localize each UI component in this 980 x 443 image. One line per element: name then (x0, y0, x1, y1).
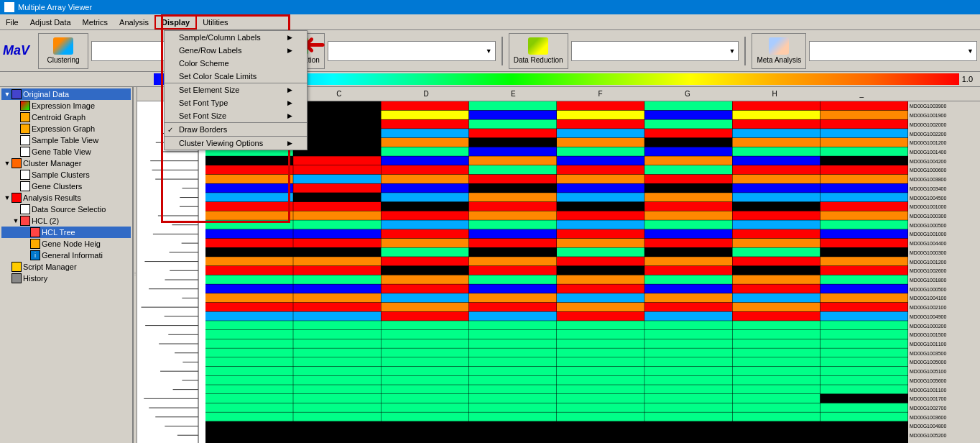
clustering-icon (53, 37, 73, 55)
data-reduction-label: Data Reduction (514, 56, 563, 64)
sidebar-item-original-data[interactable]: ▼ Original Data (1, 88, 131, 100)
expression-graph-icon (20, 124, 30, 134)
sidebar-item-gene-clusters[interactable]: Gene Clusters (1, 181, 131, 192)
labels-canvas (908, 101, 980, 443)
toolbar-separator-2 (501, 37, 503, 65)
data-reduction-icon (528, 37, 548, 55)
toolbar-separator-3 (744, 37, 746, 65)
col-header-d: D (383, 90, 470, 98)
clustering-button[interactable]: Clustering (38, 33, 88, 69)
menu-set-font-type[interactable]: Set Font Type ▶ (165, 96, 307, 109)
history-icon (11, 273, 22, 283)
col-header-g: G (644, 90, 731, 98)
main-area: ▼ Original Data Expression Image Centroi… (0, 87, 980, 443)
sidebar-item-sample-clusters[interactable]: Sample Clusters (1, 169, 131, 181)
sidebar-item-data-source[interactable]: Data Source Selectio (1, 204, 131, 215)
menu-utilities[interactable]: Utilities (197, 17, 234, 28)
history-label: History (23, 274, 47, 283)
sidebar: ▼ Original Data Expression Image Centroi… (0, 87, 133, 443)
heatmap-body (137, 101, 980, 443)
classification-dropdown[interactable]: ▼ (328, 41, 496, 61)
menu-cluster-viewing-options[interactable]: Cluster Viewing Options ▶ (165, 136, 307, 150)
expression-graph-label: Expression Graph (32, 124, 95, 133)
sidebar-item-general-info[interactable]: i General Informati (1, 250, 131, 261)
cluster-manager-icon (11, 158, 22, 168)
expander-original-data: ▼ (3, 91, 11, 98)
meta-analysis-label: Meta Analysis (757, 56, 801, 64)
data-source-icon (20, 204, 30, 214)
expression-image-label: Expression Image (32, 101, 95, 110)
heatmap-canvas (205, 101, 908, 443)
sidebar-item-hcl-tree[interactable]: HCL Tree (1, 227, 131, 238)
sidebar-item-cluster-manager[interactable]: ▼ Cluster Manager (1, 157, 131, 169)
sidebar-item-expression-graph[interactable]: Expression Graph (1, 123, 131, 134)
sample-clusters-icon (20, 170, 30, 180)
menu-file[interactable]: File (0, 17, 24, 28)
app-title: Multiple Array Viewer (18, 3, 92, 12)
col-header-h: H (731, 90, 818, 98)
general-info-icon: i (30, 250, 40, 260)
data-source-label: Data Source Selectio (32, 205, 106, 214)
expander-analysis-results: ▼ (3, 194, 11, 201)
sidebar-item-gene-node-height[interactable]: Gene Node Heig (1, 238, 131, 250)
gene-clusters-icon (20, 181, 30, 191)
colorscale-container: 1.0 (0, 72, 980, 87)
menu-set-element-size[interactable]: Set Element Size ▶ (165, 83, 307, 96)
heatmap-canvas-container[interactable] (205, 101, 908, 443)
sample-table-label: Sample Table View (32, 136, 98, 145)
mav-logo: MaV (3, 43, 29, 58)
analysis-results-label: Analysis Results (23, 193, 81, 202)
sidebar-item-script-manager[interactable]: Script Manager (1, 261, 131, 273)
data-reduction-dropdown[interactable]: ▼ (571, 41, 739, 61)
expander-cluster-manager: ▼ (3, 160, 11, 167)
centroid-graph-icon (20, 112, 30, 122)
script-manager-label: Script Manager (23, 262, 77, 271)
hcl-label: HCL (2) (32, 216, 59, 225)
centroid-graph-label: Centroid Graph (32, 113, 85, 122)
col-header-e: E (470, 90, 557, 98)
menu-display[interactable]: Display (154, 15, 197, 29)
clustering-label: Clustering (47, 56, 80, 64)
col-header-c: C (295, 90, 382, 98)
menu-analysis[interactable]: Analysis (114, 17, 154, 28)
sidebar-item-gene-table-view[interactable]: Gene Table View (1, 146, 131, 157)
data-reduction-button[interactable]: Data Reduction (509, 33, 568, 69)
gene-table-icon (20, 147, 30, 157)
menu-set-font-size[interactable]: Set Font Size ▶ (165, 109, 307, 122)
gene-node-label: Gene Node Heig (42, 239, 101, 248)
left-dendrogram (137, 101, 205, 443)
menu-adjust-data[interactable]: Adjust Data (24, 17, 77, 28)
data-reduction-dropdown-arrow: ▼ (729, 47, 736, 55)
hcl-tree-icon (30, 227, 40, 237)
right-gene-labels (908, 101, 980, 443)
menu-set-color-scale-limits[interactable]: Set Color Scale Limits (165, 70, 307, 83)
col-headers: B C D E F G H _ (205, 87, 908, 101)
sidebar-item-centroid-graph[interactable]: Centroid Graph (1, 111, 131, 123)
script-manager-icon (11, 262, 22, 272)
original-data-icon (11, 89, 22, 99)
sidebar-item-sample-table-view[interactable]: Sample Table View (1, 134, 131, 146)
menu-sample-column-labels[interactable]: Sample/Column Labels ▶ (165, 31, 307, 44)
gene-clusters-label: Gene Clusters (32, 182, 82, 191)
sample-clusters-label: Sample Clusters (32, 170, 90, 179)
original-data-label: Original Data (23, 90, 69, 99)
meta-analysis-dropdown[interactable]: ▼ (809, 41, 977, 61)
sidebar-item-hcl[interactable]: ▼ HCL (2) (1, 215, 131, 227)
sidebar-item-history[interactable]: History (1, 273, 131, 284)
sidebar-item-expression-image[interactable]: Expression Image (1, 100, 131, 111)
display-dropdown-menu: Sample/Column Labels ▶ Gene/Row Labels ▶… (164, 30, 308, 150)
menu-draw-borders[interactable]: Draw Borders (165, 122, 307, 136)
col-header-f: F (557, 90, 644, 98)
titlebar: Multiple Array Viewer (0, 0, 980, 14)
menu-metrics[interactable]: Metrics (77, 17, 114, 28)
gene-node-icon (30, 239, 40, 249)
menubar: File Adjust Data Metrics Analysis Displa… (0, 14, 980, 30)
sample-table-icon (20, 135, 30, 145)
gene-table-label: Gene Table View (32, 147, 91, 156)
gene-label-header-spacer (908, 87, 980, 101)
general-info-label: General Informati (42, 251, 103, 260)
meta-analysis-button[interactable]: Meta Analysis (752, 33, 806, 69)
menu-color-scheme[interactable]: Color Scheme (165, 57, 307, 70)
sidebar-item-analysis-results[interactable]: ▼ Analysis Results (1, 192, 131, 204)
menu-gene-row-labels[interactable]: Gene/Row Labels ▶ (165, 44, 307, 57)
